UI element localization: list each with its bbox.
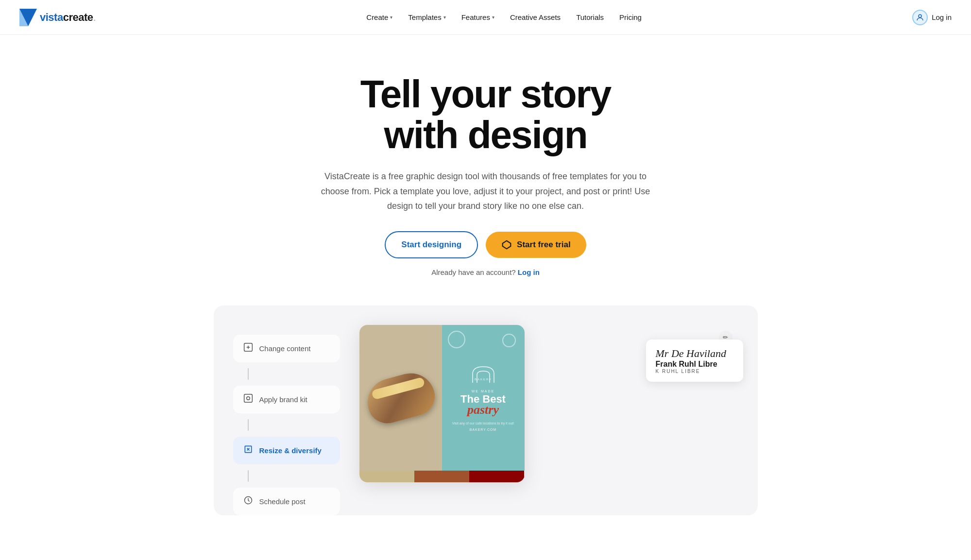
- user-icon: [912, 10, 928, 25]
- demo-section: Change content Apply brand kit: [0, 305, 971, 554]
- svg-point-6: [246, 396, 250, 400]
- demo-container: Change content Apply brand kit: [214, 305, 758, 515]
- navbar: vistacreate. Create ▾ Templates ▾ Featur…: [0, 0, 971, 35]
- svg-marker-3: [503, 240, 511, 249]
- font-haviland: Mr De Haviland: [656, 347, 733, 360]
- font-ruhl: Frank Ruhl Libre: [656, 360, 733, 369]
- nav-right: Log in: [912, 10, 952, 25]
- nav-tutorials[interactable]: Tutorials: [576, 13, 604, 21]
- resize-icon: [243, 444, 254, 457]
- swatch-2: [414, 471, 469, 482]
- swatch-3: [469, 471, 524, 482]
- chevron-down-icon: ▾: [390, 15, 392, 20]
- schedule-post-button[interactable]: Schedule post: [233, 488, 340, 515]
- hero-subtitle: VistaCreate is a free graphic design too…: [321, 169, 651, 214]
- nav-pricing[interactable]: Pricing: [619, 13, 642, 21]
- design-photo-left: [359, 325, 442, 471]
- start-free-trial-button[interactable]: Start free trial: [486, 232, 586, 258]
- change-content-icon: [243, 342, 254, 355]
- resize-diversify-button[interactable]: Resize & diversify: [233, 437, 340, 464]
- circle-decoration-1: [448, 331, 465, 348]
- chevron-down-icon: ▾: [492, 15, 494, 20]
- nav-templates[interactable]: Templates ▾: [408, 13, 445, 21]
- chevron-down-icon: ▾: [443, 15, 446, 20]
- apply-brand-kit-button[interactable]: Apply brand kit: [233, 386, 340, 413]
- color-swatches: [359, 471, 525, 482]
- nav-creative-assets[interactable]: Creative Assets: [510, 13, 561, 21]
- start-designing-button[interactable]: Start designing: [385, 231, 478, 258]
- feature-buttons: Change content Apply brand kit: [233, 325, 340, 515]
- connector: [248, 470, 249, 482]
- eclair-image: [362, 368, 439, 427]
- design-text-right: BAKERY WE MADE The Best pastry Visit any…: [442, 325, 525, 471]
- svg-rect-5: [244, 394, 252, 402]
- svg-point-2: [919, 15, 921, 17]
- connector: [248, 419, 249, 431]
- connector: [248, 368, 249, 380]
- hero-title: Tell your story with design: [287, 74, 685, 155]
- logo-text: vistacreate.: [40, 11, 96, 24]
- login-button[interactable]: Log in: [912, 10, 952, 25]
- hero-account-text: Already have an account? Log in: [287, 268, 685, 276]
- nav-links: Create ▾ Templates ▾ Features ▾ Creative…: [366, 13, 642, 21]
- brand-kit-icon: [243, 393, 254, 406]
- design-card: BAKERY WE MADE The Best pastry Visit any…: [359, 325, 525, 482]
- font-ruhl-small: K RUHL LIBRE: [656, 369, 733, 374]
- design-preview: ✏: [359, 325, 738, 482]
- hero-section: Tell your story with design VistaCreate …: [0, 35, 971, 305]
- diamond-icon: [501, 239, 512, 250]
- nav-features[interactable]: Features ▾: [461, 13, 494, 21]
- logo[interactable]: vistacreate.: [19, 9, 96, 26]
- we-made-text: WE MADE: [472, 390, 494, 393]
- hero-login-link[interactable]: Log in: [518, 268, 540, 276]
- change-content-button[interactable]: Change content: [233, 335, 340, 362]
- bakery-logo: BAKERY: [470, 364, 496, 386]
- pastry-text: pastry: [467, 403, 499, 417]
- swatch-1: [359, 471, 414, 482]
- schedule-icon: [243, 495, 254, 508]
- logo-icon: [19, 9, 37, 26]
- nav-create[interactable]: Create ▾: [366, 13, 392, 21]
- font-panel: Mr De Haviland Frank Ruhl Libre K RUHL L…: [646, 339, 743, 382]
- visit-text: Visit any of our cafe locations to try i…: [452, 421, 514, 426]
- hero-buttons: Start designing Start free trial: [287, 231, 685, 258]
- svg-text:BAKERY: BAKERY: [474, 378, 492, 381]
- bakery-url: BAKERY.COM: [470, 428, 497, 431]
- circle-decoration-2: [502, 334, 516, 347]
